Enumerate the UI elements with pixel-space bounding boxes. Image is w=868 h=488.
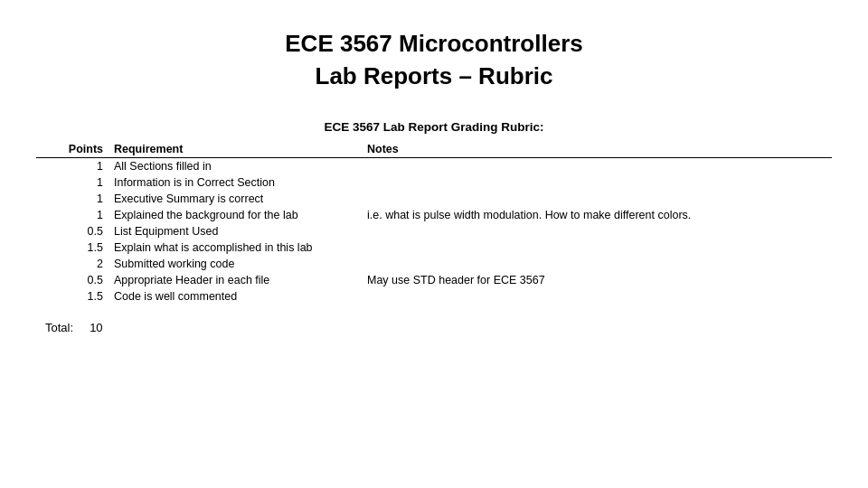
col-header-notes: Notes <box>362 141 832 158</box>
cell-points-8: 1.5 <box>36 288 108 305</box>
cell-notes-2 <box>362 191 832 207</box>
cell-points-3: 1 <box>36 207 108 223</box>
cell-points-7: 0.5 <box>36 272 108 288</box>
main-title: ECE 3567 Microcontrollers Lab Reports – … <box>285 27 582 93</box>
cell-notes-6 <box>362 256 832 272</box>
col-header-points: Points <box>36 141 108 158</box>
cell-requirement-0: All Sections filled in <box>108 157 362 174</box>
cell-notes-0 <box>362 157 832 174</box>
cell-points-6: 2 <box>36 256 108 272</box>
cell-points-0: 1 <box>36 157 108 174</box>
table-row: 1.5Code is well commented <box>36 288 832 305</box>
rubric-table: Points Requirement Notes 1All Sections f… <box>36 141 832 305</box>
table-row: 1Explained the background for the labi.e… <box>36 207 832 223</box>
table-row: 2Submitted working code <box>36 256 832 272</box>
cell-points-4: 0.5 <box>36 223 108 239</box>
rubric-container: ECE 3567 Lab Report Grading Rubric: Poin… <box>36 120 832 334</box>
col-header-requirement: Requirement <box>108 141 362 158</box>
cell-requirement-1: Information is in Correct Section <box>108 174 362 191</box>
table-row: 0.5List Equipment Used <box>36 223 832 239</box>
cell-requirement-4: List Equipment Used <box>108 223 362 239</box>
cell-requirement-8: Code is well commented <box>108 288 362 305</box>
table-row: 1Information is in Correct Section <box>36 174 832 191</box>
cell-points-1: 1 <box>36 174 108 191</box>
cell-notes-8 <box>362 288 832 305</box>
table-row: 1All Sections filled in <box>36 157 832 174</box>
table-row: 1.5Explain what is accomplished in this … <box>36 239 832 256</box>
cell-points-5: 1.5 <box>36 239 108 256</box>
total-value: 10 <box>90 321 102 334</box>
cell-points-2: 1 <box>36 191 108 207</box>
total-row: Total: 10 <box>36 321 832 334</box>
cell-notes-1 <box>362 174 832 191</box>
cell-requirement-2: Executive Summary is correct <box>108 191 362 207</box>
cell-requirement-3: Explained the background for the lab <box>108 207 362 223</box>
cell-notes-5 <box>362 239 832 256</box>
page: ECE 3567 Microcontrollers Lab Reports – … <box>0 0 868 488</box>
cell-notes-7: May use STD header for ECE 3567 <box>362 272 832 288</box>
cell-notes-3: i.e. what is pulse width modulation. How… <box>362 207 832 223</box>
cell-notes-4 <box>362 223 832 239</box>
table-row: 0.5Appropriate Header in each fileMay us… <box>36 272 832 288</box>
cell-requirement-5: Explain what is accomplished in this lab <box>108 239 362 256</box>
cell-requirement-7: Appropriate Header in each file <box>108 272 362 288</box>
total-label: Total: <box>45 321 73 334</box>
table-row: 1Executive Summary is correct <box>36 191 832 207</box>
rubric-heading: ECE 3567 Lab Report Grading Rubric: <box>36 120 832 134</box>
cell-requirement-6: Submitted working code <box>108 256 362 272</box>
